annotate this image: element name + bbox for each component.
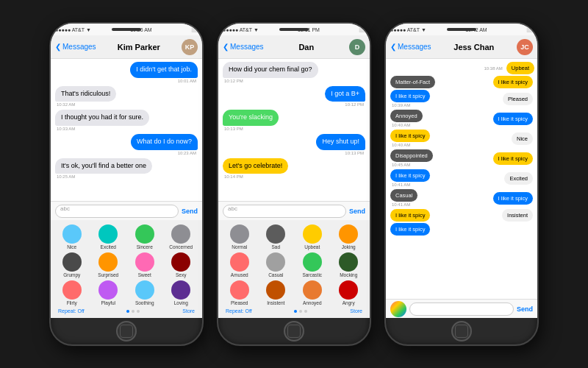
input-bar-2: abc Send xyxy=(218,201,370,220)
avatar-2: D xyxy=(349,39,365,55)
msg-time: 10:13 PM xyxy=(345,151,364,155)
tbubble: Annoyed xyxy=(390,110,423,122)
messages-1: I didn't get that job. 10:01 AM That's r… xyxy=(51,59,202,201)
carrier-2: ●●●●● AT&T ▼ xyxy=(223,27,259,32)
send-btn-3[interactable]: Send xyxy=(517,305,533,313)
tone-nice[interactable]: Nice xyxy=(55,224,89,250)
input-1[interactable]: abc xyxy=(55,205,179,218)
input-3[interactable] xyxy=(409,302,514,316)
input-2[interactable]: abc xyxy=(223,205,346,218)
carrier-1: ●●●●● AT&T ▼ xyxy=(55,27,91,32)
tone-panel-2: Normal Sad Upbeat Joking Amused Casual S… xyxy=(218,220,370,318)
color-picker-icon[interactable] xyxy=(390,301,406,317)
tone-angry[interactable]: Angry xyxy=(332,280,366,305)
tone-sincere[interactable]: Sincere xyxy=(128,224,162,250)
tone-amused[interactable]: Amused xyxy=(223,252,257,277)
tone-sad[interactable]: Sad xyxy=(259,224,293,250)
chevron-icon-3: ❮ xyxy=(390,43,396,51)
time-label: 10:39 AM xyxy=(392,103,429,107)
time-label: 10:41 AM xyxy=(392,183,429,187)
msg-time: 10:01 AM xyxy=(178,79,196,83)
tone-upbeat[interactable]: Upbeat xyxy=(295,224,329,250)
battery-1: ⬜ xyxy=(191,26,198,32)
back-label-2: Messages xyxy=(230,43,264,51)
time-label: 10:40 AM xyxy=(392,123,421,127)
tbubble: I like it spicy xyxy=(493,113,533,125)
avatar-1: KP xyxy=(182,39,198,55)
time-label: 10:40 AM xyxy=(392,143,429,147)
tone-concerned[interactable]: Concerned xyxy=(165,224,198,250)
msg-row: That's ridiculous! 10:32 AM xyxy=(55,86,198,108)
tbubble: I like it spicy xyxy=(390,90,430,102)
tone-soothing[interactable]: Soothing xyxy=(128,280,162,305)
tone-sexy[interactable]: Sexy xyxy=(165,252,198,277)
tone-joking[interactable]: Joking xyxy=(332,224,366,250)
tbubble: I like it spicy xyxy=(493,76,533,88)
nav-title-1: Kim Parker xyxy=(118,43,160,52)
carrier-3: ●●●●● AT&T ▼ xyxy=(390,27,426,32)
bubble: That's ridiculous! xyxy=(55,86,116,102)
back-btn-2[interactable]: ❮ Messages xyxy=(223,43,264,51)
store-label-1[interactable]: Store xyxy=(182,308,195,314)
msg-row: What do I do now? 10:23 AM xyxy=(55,134,198,156)
home-btn-3[interactable] xyxy=(451,321,472,342)
send-btn-2[interactable]: Send xyxy=(349,208,365,215)
tbubble: Matter-of-Fact xyxy=(390,76,435,88)
tone-loving[interactable]: Loving xyxy=(165,280,198,305)
tone-annoyed[interactable]: Annoyed xyxy=(295,280,329,305)
nav-bar-1: ❮ Messages Kim Parker KP xyxy=(51,35,202,59)
input-bar-3: Send xyxy=(386,299,537,318)
tone-grumpy[interactable]: Grumpy xyxy=(55,252,89,277)
panel-footer-2: Repeat: Off Store xyxy=(221,307,367,315)
phone-3: ●●●●● AT&T ▼ 10:42 AM ⬜ ❮ Messages Jess … xyxy=(384,22,539,346)
msg-time: 10:23 AM xyxy=(178,151,196,155)
tone-mocking[interactable]: Mocking xyxy=(332,252,366,277)
home-btn-1[interactable] xyxy=(116,321,137,342)
msg-time: 10:32 AM xyxy=(57,102,75,107)
tone-insistent[interactable]: Insistent xyxy=(259,280,293,305)
tbubble: Nice xyxy=(512,132,533,145)
tbubble: Excited xyxy=(504,172,533,185)
msg-row: Let's go celebrate! 10:14 PM xyxy=(223,158,365,180)
bubble: I got a B+ xyxy=(325,86,365,102)
tone-playful[interactable]: Playful xyxy=(92,280,126,305)
speaker-2 xyxy=(279,28,309,31)
bubble: I thought you had it for sure. xyxy=(55,110,149,126)
bubble: What do I do now? xyxy=(131,134,198,150)
tone-excited[interactable]: Excited xyxy=(92,224,126,250)
tone-surprised[interactable]: Surprised xyxy=(92,252,126,277)
tone-sweet[interactable]: Sweet xyxy=(128,252,162,277)
tone-bubbles-3: 10:38 AM Upbeat Matter-of-Fact I like it… xyxy=(386,59,537,299)
msg-row: I got a B+ 10:12 PM xyxy=(223,86,365,108)
tbubble: I like it spicy xyxy=(390,130,430,142)
msg-time: 10:14 PM xyxy=(224,174,243,179)
msg-time: 10:13 PM xyxy=(224,127,243,131)
send-btn-1[interactable]: Send xyxy=(182,208,198,215)
msg-row: I didn't get that job. 10:01 AM xyxy=(55,62,198,84)
home-btn-2[interactable] xyxy=(284,321,304,342)
tone-normal[interactable]: Normal xyxy=(223,224,257,250)
msg-row: Hey shut up! 10:13 PM xyxy=(223,134,365,156)
msg-row: You're slacking 10:13 PM xyxy=(223,110,365,132)
nav-bar-3: ❮ Messages Jess Chan JC xyxy=(386,35,537,59)
screen-2: ●●●●● AT&T ▼ 11:11 PM ⬜ ❮ Messages Dan D… xyxy=(218,24,370,318)
chevron-icon-1: ❮ xyxy=(55,43,61,51)
tone-sarcastic[interactable]: Sarcastic xyxy=(295,252,329,277)
back-btn-1[interactable]: ❮ Messages xyxy=(55,43,96,51)
bubble: I didn't get that job. xyxy=(130,62,198,78)
time-label: 10:45 AM xyxy=(392,163,431,167)
tbubble: I like it spicy xyxy=(390,169,430,182)
tone-grid-1: Nice Excited Sincere Concerned Grumpy Su… xyxy=(54,223,199,307)
avatar-3: JC xyxy=(517,39,533,55)
back-btn-3[interactable]: ❮ Messages xyxy=(390,43,431,51)
tone-casual[interactable]: Casual xyxy=(259,252,293,277)
msg-time: 10:33 AM xyxy=(57,127,75,131)
tbubble: Insistent xyxy=(502,209,533,222)
tone-pleased[interactable]: Pleased xyxy=(223,280,257,305)
home-btn-inner-3 xyxy=(455,325,468,338)
msg-time: 10:12 PM xyxy=(345,102,364,107)
nav-bar-2: ❮ Messages Dan D xyxy=(218,35,370,59)
msg-row: I thought you had it for sure. 10:33 AM xyxy=(55,110,198,132)
store-label-2[interactable]: Store xyxy=(350,308,362,314)
tone-flirty[interactable]: Flirty xyxy=(55,280,89,305)
